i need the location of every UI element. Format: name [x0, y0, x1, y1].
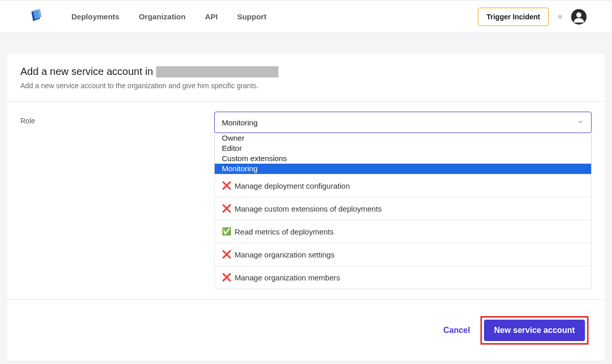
cross-icon: ❌	[222, 181, 232, 190]
role-row: Role Monitoring Owner Editor Custom exte…	[7, 101, 605, 300]
nav-links: Deployments Organization API Support	[71, 12, 478, 21]
role-selected-value: Monitoring	[222, 118, 258, 127]
role-select[interactable]: Monitoring	[214, 112, 592, 133]
page-title: Add a new service account in	[20, 66, 592, 77]
status-dot-icon	[558, 15, 562, 19]
permissions-list: ❌ Manage deployment configuration ❌ Mana…	[214, 174, 592, 289]
logo[interactable]	[26, 7, 46, 27]
chevron-down-icon	[577, 118, 584, 127]
permission-label: Manage organization members	[235, 273, 340, 282]
card: Add a new service account in Add a new s…	[7, 54, 605, 361]
nav-support[interactable]: Support	[237, 12, 267, 21]
role-option-monitoring[interactable]: Monitoring	[215, 164, 591, 174]
permission-item: ❌ Manage organization members	[215, 266, 591, 289]
avatar-icon[interactable]	[571, 9, 586, 24]
title-prefix: Add a new service account in	[20, 66, 153, 77]
cross-icon: ❌	[222, 204, 232, 213]
topbar: Deployments Organization API Support Tri…	[0, 0, 612, 33]
role-option-owner[interactable]: Owner	[215, 133, 591, 143]
role-dropdown: Owner Editor Custom extensions Monitorin…	[214, 133, 592, 174]
cancel-button[interactable]: Cancel	[443, 326, 470, 335]
org-name-redacted	[156, 66, 278, 77]
trigger-incident-button[interactable]: Trigger Incident	[478, 8, 549, 26]
role-option-editor[interactable]: Editor	[215, 143, 591, 153]
card-header: Add a new service account in Add a new s…	[7, 54, 605, 101]
topbar-right: Trigger Incident	[478, 8, 586, 26]
role-control: Monitoring Owner Editor Custom extension…	[214, 112, 592, 299]
cross-icon: ❌	[222, 250, 232, 259]
permission-label: Manage deployment configuration	[235, 181, 350, 190]
cross-icon: ❌	[222, 273, 232, 282]
permission-item: ❌ Manage deployment configuration	[215, 174, 591, 197]
permission-label: Read metrics of deployments	[235, 227, 334, 236]
svg-point-1	[576, 12, 581, 17]
nav-deployments[interactable]: Deployments	[71, 12, 119, 21]
submit-highlight-box: New service account	[480, 316, 589, 345]
nav-api[interactable]: API	[205, 12, 218, 21]
card-footer: Cancel New service account	[7, 300, 605, 361]
permission-item: ❌ Manage organization settings	[215, 243, 591, 266]
nav-organization[interactable]: Organization	[139, 12, 186, 21]
new-service-account-button[interactable]: New service account	[484, 320, 585, 341]
permission-label: Manage organization settings	[235, 250, 335, 259]
role-option-custom-extensions[interactable]: Custom extensions	[215, 153, 591, 164]
check-icon: ✅	[222, 227, 232, 236]
permission-item: ❌ Manage custom extensions of deployment…	[215, 197, 591, 220]
page-subtitle: Add a new service account to the organiz…	[20, 82, 592, 90]
role-label: Role	[20, 112, 214, 299]
permission-label: Manage custom extensions of deployments	[235, 204, 382, 213]
permission-item: ✅ Read metrics of deployments	[215, 220, 591, 243]
